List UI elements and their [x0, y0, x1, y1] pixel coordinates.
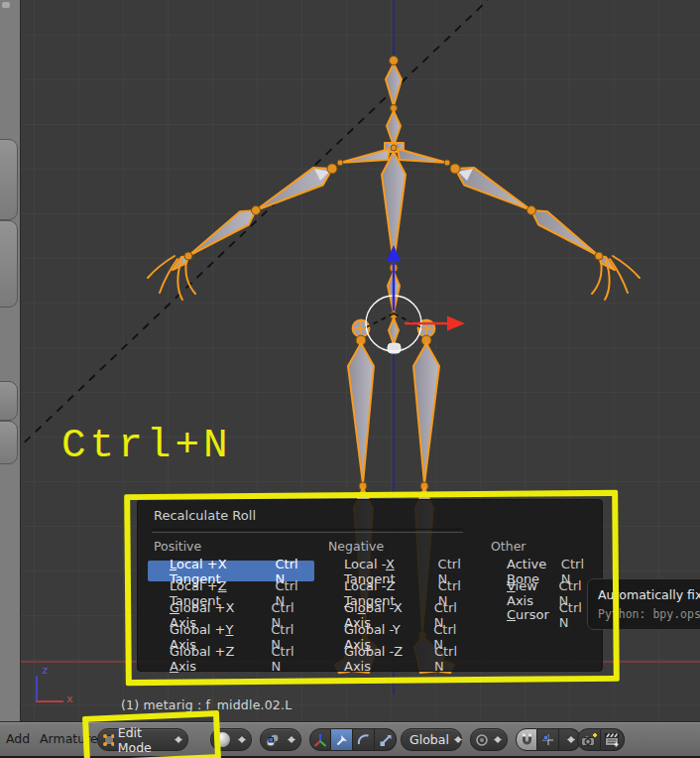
blender-window: z x (1) metarig : f_middle.02.L Recalcul… [0, 0, 700, 758]
render-group [577, 728, 625, 751]
shelf-button[interactable] [0, 381, 18, 421]
translate-icon [334, 732, 350, 748]
scale-button[interactable] [375, 728, 397, 751]
manipulator-axes-button[interactable] [309, 728, 331, 751]
magnet-icon [520, 732, 534, 747]
shelf-button[interactable] [0, 421, 18, 464]
shelf-fragment [2, 2, 10, 8]
rotate-button[interactable] [353, 728, 375, 751]
snap-group [516, 728, 581, 751]
pivot-stepper[interactable] [287, 731, 296, 748]
snap-target-icon [540, 732, 555, 747]
shelf-button[interactable] [0, 220, 18, 308]
orientation-stepper[interactable] [453, 731, 463, 748]
render-opengl-button[interactable] [577, 728, 601, 751]
proportional-edit-icon [475, 733, 489, 747]
proportional-stepper[interactable] [493, 731, 503, 748]
scale-icon [378, 732, 394, 748]
snap-stepper[interactable] [566, 731, 576, 748]
gizmo-z-label: z [42, 664, 49, 677]
shading-stepper[interactable] [237, 731, 247, 748]
rotate-icon [356, 732, 372, 748]
render-camera-icon [580, 732, 598, 747]
tool-shelf-edge [0, 0, 21, 721]
manipulator-buttons [309, 728, 397, 751]
annotation-ctrl-n-text: Ctrl+N [61, 423, 232, 468]
annotation-highlight-menu [124, 490, 620, 686]
translate-button[interactable] [331, 728, 353, 751]
pivot-point-icon [265, 732, 281, 748]
snap-target-button[interactable] [537, 728, 559, 751]
gizmo-x-label: x [66, 693, 73, 705]
manipulator-axes-icon [312, 732, 328, 748]
orientation-select[interactable]: Global [401, 728, 462, 751]
shelf-button[interactable] [0, 139, 18, 220]
pivot-select[interactable] [260, 728, 301, 751]
render-anim-icon [604, 732, 622, 747]
annotation-highlight-mode [82, 710, 221, 758]
menu-add[interactable]: Add [6, 731, 30, 746]
snap-toggle-button[interactable] [516, 728, 537, 751]
proportional-select[interactable] [470, 728, 508, 751]
orientation-label: Global [409, 732, 449, 747]
render-anim-button[interactable] [601, 728, 625, 751]
